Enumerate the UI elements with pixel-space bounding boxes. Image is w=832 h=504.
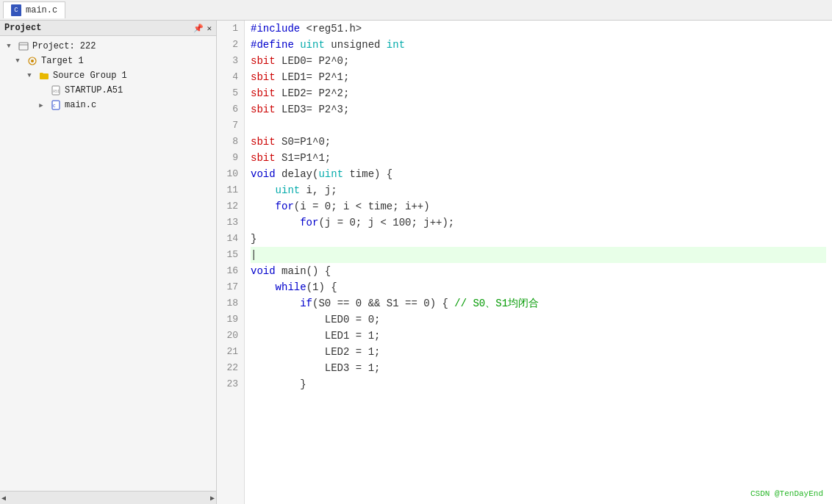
- scroll-left-icon[interactable]: ◀: [1, 494, 6, 503]
- top-bar: C main.c: [0, 0, 832, 21]
- expand-icon-target1: ▼: [12, 55, 24, 67]
- folder-icon: [38, 70, 50, 82]
- sidebar-tree: ▼ Project: 222 ▼ Target 1 ▼: [0, 36, 216, 491]
- code-line-8: sbit S0=P1^0;: [251, 134, 826, 150]
- sidebar-item-target1[interactable]: ▼ Target 1: [0, 54, 216, 68]
- scroll-right-icon[interactable]: ▶: [210, 494, 215, 503]
- code-line-18: if(S0 == 0 && S1 == 0) { // S0、S1均闭合: [251, 295, 826, 312]
- code-line-9: sbit S1=P1^1;: [251, 150, 826, 166]
- code-line-15: |: [251, 247, 826, 263]
- svg-rect-0: [19, 43, 28, 50]
- code-line-6: sbit LED3= P2^3;: [251, 101, 826, 118]
- code-line-21: LED2 = 1;: [251, 344, 826, 360]
- source-group-label: Source Group 1: [53, 71, 127, 81]
- startup-label: STARTUP.A51: [65, 85, 123, 96]
- target1-label: Target 1: [41, 56, 84, 66]
- code-line-17: while(1) {: [251, 279, 826, 295]
- code-content: #include <reg51.h> #define uint unsigned…: [245, 21, 832, 504]
- code-line-13: for(j = 0; j < 100; j++);: [251, 215, 826, 231]
- line-numbers: 123456 789101112 131415161718 1920212223: [217, 21, 245, 504]
- sidebar-header: Project 📌 ✕: [0, 21, 216, 36]
- mainc-label: main.c: [65, 100, 96, 110]
- sidebar-item-startup[interactable]: A51 STARTUP.A51: [0, 83, 216, 98]
- code-line-7: [251, 118, 826, 134]
- code-line-20: LED1 = 1;: [251, 328, 826, 344]
- code-line-4: sbit LED1= P2^1;: [251, 69, 826, 85]
- expand-icon-project: ▼: [3, 40, 15, 52]
- sidebar-item-mainc[interactable]: ▶ C main.c: [0, 98, 216, 112]
- sidebar-header-icons: 📌 ✕: [193, 24, 212, 33]
- code-line-11: uint i, j;: [251, 182, 826, 198]
- svg-point-3: [31, 60, 34, 62]
- sidebar: Project 📌 ✕ ▼ Project: 222 ▼: [0, 21, 217, 504]
- code-line-23: }: [251, 376, 826, 392]
- code-editor[interactable]: 123456 789101112 131415161718 1920212223…: [217, 21, 832, 504]
- code-line-12: for(i = 0; i < time; i++): [251, 198, 826, 215]
- code-line-14: }: [251, 231, 826, 247]
- code-line-22: LED3 = 1;: [251, 360, 826, 376]
- main-c-tab[interactable]: C main.c: [3, 1, 65, 18]
- sidebar-item-source-group-1[interactable]: ▼ Source Group 1: [0, 68, 216, 83]
- expand-icon-source-group: ▼: [24, 70, 35, 82]
- tab-label: main.c: [26, 5, 57, 15]
- sidebar-scrollbar[interactable]: ◀ ▶: [0, 491, 216, 504]
- project-icon: [18, 40, 29, 52]
- spacer-icon: [35, 84, 47, 96]
- file-a51-icon: A51: [50, 84, 62, 96]
- code-line-2: #define uint unsigned int: [251, 37, 826, 53]
- tab-file-icon: C: [11, 4, 21, 16]
- sidebar-item-project[interactable]: ▼ Project: 222: [0, 39, 216, 54]
- svg-text:A51: A51: [53, 90, 60, 94]
- code-line-5: sbit LED2= P2^2;: [251, 85, 826, 101]
- code-line-1: #include <reg51.h>: [251, 21, 826, 37]
- file-c-icon: C: [50, 99, 62, 111]
- code-line-10: void delay(uint time) {: [251, 166, 826, 182]
- sidebar-title: Project: [4, 23, 41, 33]
- code-line-3: sbit LED0= P2^0;: [251, 53, 826, 69]
- expand-icon-mainc: ▶: [35, 99, 47, 111]
- main-area: Project 📌 ✕ ▼ Project: 222 ▼: [0, 21, 832, 504]
- target-icon: [26, 55, 38, 67]
- code-line-19: LED0 = 0;: [251, 312, 826, 328]
- code-line-16: void main() {: [251, 263, 826, 279]
- project-label: Project: 222: [32, 41, 96, 51]
- svg-text:C: C: [53, 104, 56, 109]
- pin-icon[interactable]: 📌: [193, 24, 204, 33]
- close-icon[interactable]: ✕: [207, 24, 212, 33]
- watermark: CSDN @TenDayEnd: [750, 489, 823, 498]
- code-area: 123456 789101112 131415161718 1920212223…: [217, 21, 832, 504]
